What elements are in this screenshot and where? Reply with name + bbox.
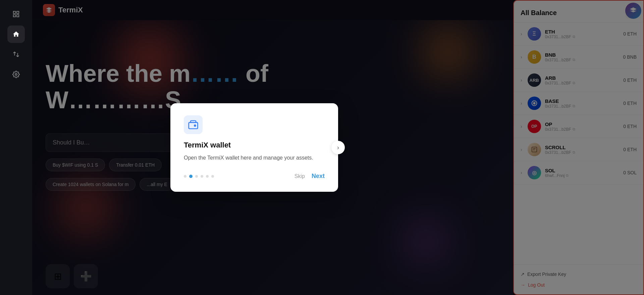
sidebar-item-settings[interactable] [7,66,25,83]
main-content: TermiX Where the m…… of W…………S Should I … [32,0,644,295]
svg-point-9 [194,125,196,126]
skip-button[interactable]: Skip [294,173,305,179]
modal-next-chevron[interactable]: › [331,141,345,154]
svg-rect-3 [17,15,19,17]
dot-1 [184,175,186,178]
sidebar-item-transfer[interactable] [7,46,25,63]
svg-rect-2 [13,15,15,17]
sidebar-item-grid[interactable] [7,5,25,23]
pagination-dots [184,175,214,178]
modal-wallet-icon [184,115,203,134]
svg-rect-1 [17,11,19,13]
modal-title: TermiX wallet [184,141,325,150]
svg-point-4 [15,73,17,75]
svg-rect-8 [189,122,198,129]
sidebar [0,0,32,295]
svg-rect-0 [13,11,15,13]
dot-2 [189,175,193,178]
next-button[interactable]: Next [312,173,325,180]
dot-3 [195,175,198,178]
modal-overlay: TermiX wallet Open the TermiX wallet her… [32,0,644,295]
modal-footer: Skip Next [184,173,325,180]
modal-actions: Skip Next [294,173,325,180]
dot-5 [206,175,209,178]
dot-6 [211,175,214,178]
tutorial-modal: TermiX wallet Open the TermiX wallet her… [170,103,338,192]
sidebar-item-home[interactable] [7,25,25,43]
dot-4 [201,175,203,178]
modal-description: Open the TermiX wallet here and manage y… [184,154,325,162]
